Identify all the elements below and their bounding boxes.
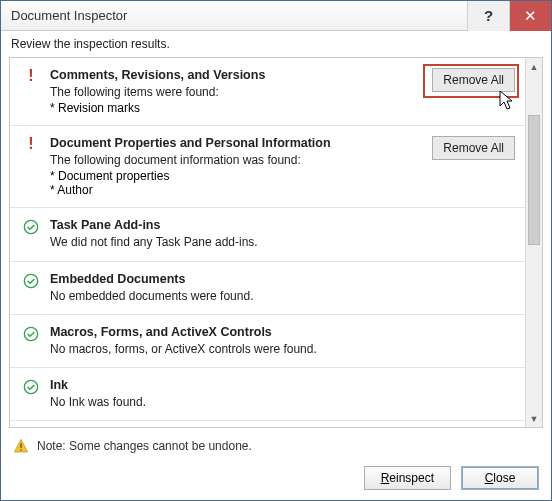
cursor-icon	[499, 90, 517, 115]
result-text: Task Pane Add-insWe did not find any Tas…	[50, 218, 413, 250]
result-item: !Document Properties and Personal Inform…	[10, 126, 525, 208]
result-text: Document Properties and Personal Informa…	[50, 136, 413, 197]
result-title: Document Properties and Personal Informa…	[50, 136, 413, 150]
alert-icon: !	[22, 68, 40, 83]
result-description: The following items were found:	[50, 84, 413, 100]
help-button[interactable]: ?	[467, 1, 509, 31]
document-inspector-dialog: Document Inspector ? ✕ Review the inspec…	[0, 0, 552, 501]
result-description: No embedded documents were found.	[50, 288, 413, 304]
warning-icon	[13, 438, 29, 454]
review-subtitle: Review the inspection results.	[1, 31, 551, 57]
checkmark-icon	[22, 218, 40, 235]
result-text: Embedded DocumentsNo embedded documents …	[50, 272, 413, 304]
remove-all-button[interactable]: Remove All	[432, 68, 515, 92]
result-description: No Ink was found.	[50, 394, 413, 410]
remove-all-button[interactable]: Remove All	[432, 136, 515, 160]
vertical-scrollbar[interactable]: ▲ ▼	[525, 58, 542, 427]
result-action-col: Remove All	[423, 136, 515, 160]
result-description: No macros, forms, or ActiveX controls we…	[50, 341, 413, 357]
results-list: !Comments, Revisions, and VersionsThe fo…	[10, 58, 525, 427]
svg-point-3	[24, 380, 37, 393]
results-frame: !Comments, Revisions, and VersionsThe fo…	[9, 57, 543, 428]
result-text: Macros, Forms, and ActiveX ControlsNo ma…	[50, 325, 413, 357]
result-description: We did not find any Task Pane add-ins.	[50, 234, 413, 250]
result-title: Embedded Documents	[50, 272, 413, 286]
result-details: * Document properties* Author	[50, 169, 413, 197]
alert-icon: !	[22, 136, 40, 151]
note-text: Note: Some changes cannot be undone.	[37, 439, 252, 453]
results-scroll-area: !Comments, Revisions, and VersionsThe fo…	[10, 58, 525, 427]
svg-point-1	[24, 274, 37, 287]
window-close-button[interactable]: ✕	[509, 1, 551, 31]
scroll-up-button[interactable]: ▲	[526, 58, 542, 75]
result-item: Task Pane Add-insWe did not find any Tas…	[10, 208, 525, 261]
checkmark-icon	[22, 272, 40, 289]
scroll-down-button[interactable]: ▼	[526, 410, 542, 427]
result-title: Comments, Revisions, and Versions	[50, 68, 413, 82]
result-text: InkNo Ink was found.	[50, 378, 413, 410]
svg-rect-6	[20, 449, 21, 450]
note-row: Note: Some changes cannot be undone.	[1, 434, 551, 460]
scroll-thumb[interactable]	[528, 115, 540, 245]
scroll-track[interactable]	[526, 75, 542, 410]
result-title: Task Pane Add-ins	[50, 218, 413, 232]
result-item: Macros, Forms, and ActiveX ControlsNo ma…	[10, 315, 525, 368]
titlebar: Document Inspector ? ✕	[1, 1, 551, 31]
result-item: InkNo Ink was found.	[10, 368, 525, 421]
result-item: Embedded DocumentsNo embedded documents …	[10, 262, 525, 315]
close-button[interactable]: Close	[461, 466, 539, 490]
result-description: The following document information was f…	[50, 152, 413, 168]
checkmark-icon	[22, 378, 40, 395]
window-title: Document Inspector	[1, 8, 467, 23]
result-text: Comments, Revisions, and VersionsThe fol…	[50, 68, 413, 115]
result-title: Macros, Forms, and ActiveX Controls	[50, 325, 413, 339]
result-item: !Comments, Revisions, and VersionsThe fo…	[10, 58, 525, 126]
reinspect-button[interactable]: Reinspect	[364, 466, 451, 490]
result-item: Collapsed Headings	[10, 421, 525, 427]
svg-point-2	[24, 327, 37, 340]
svg-rect-5	[20, 443, 21, 448]
result-action-col: Remove All	[423, 68, 515, 92]
dialog-footer: Reinspect Close	[1, 460, 551, 500]
result-title: Ink	[50, 378, 413, 392]
svg-point-0	[24, 221, 37, 234]
result-details: * Revision marks	[50, 101, 413, 115]
checkmark-icon	[22, 325, 40, 342]
